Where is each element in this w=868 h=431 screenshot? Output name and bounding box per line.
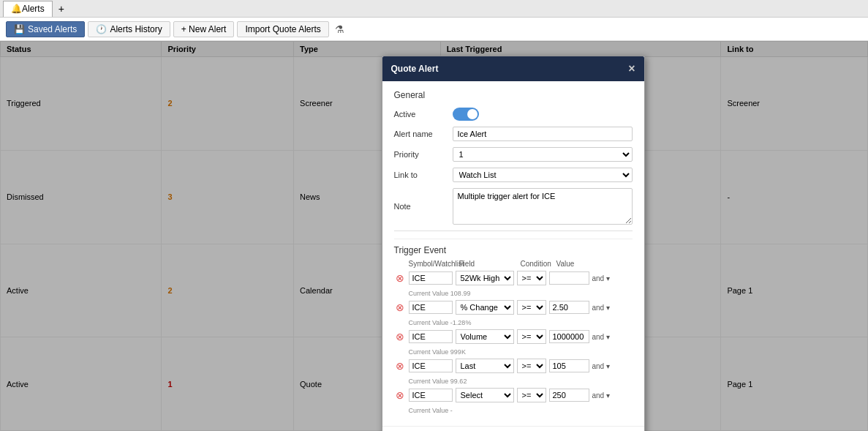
modal-header: Quote Alert ×	[382, 56, 644, 81]
trigger-row-4: ⊗ 52Wk High % Change Volume Last Select …	[394, 388, 633, 402]
tab-add-button[interactable]: +	[54, 1, 69, 16]
trigger-condition-4[interactable]: >= <= =	[517, 388, 546, 402]
import-quote-alerts-button[interactable]: Import Quote Alerts	[237, 21, 328, 37]
note-label: Note	[394, 202, 453, 211]
tab-label: Alerts	[22, 4, 45, 14]
trigger-group-3: ⊗ 52Wk High % Change Volume Last Select …	[394, 359, 633, 385]
quote-alert-modal: Quote Alert × General Active Alert name …	[382, 56, 645, 431]
filter-icon[interactable]: ⚗	[335, 23, 344, 35]
bell-icon: 🔔	[11, 4, 22, 14]
trigger-col-condition: Condition	[521, 260, 554, 268]
alerts-history-button[interactable]: 🕐 Alerts History	[88, 21, 170, 37]
priority-row: Priority 1 2 3	[394, 147, 633, 162]
trigger-group-1: ⊗ 52Wk High % Change Volume Last Select …	[394, 300, 633, 326]
link-to-row: Link to Watch List Page 1 Screener	[394, 168, 633, 182]
alerts-history-label: Alerts History	[110, 24, 162, 34]
toolbar: 💾 Saved Alerts 🕐 Alerts History + New Al…	[0, 18, 868, 41]
trigger-current-2: Current Value 999K	[409, 348, 633, 356]
trigger-current-4: Current Value -	[409, 407, 633, 414]
trigger-row-3: ⊗ 52Wk High % Change Volume Last Select …	[394, 359, 633, 373]
trigger-value-1[interactable]	[549, 301, 589, 314]
trigger-group-4: ⊗ 52Wk High % Change Volume Last Select …	[394, 388, 633, 414]
trigger-symbol-0[interactable]	[409, 271, 453, 285]
main-content: Status Priority Type Last Triggered Link…	[0, 41, 868, 431]
note-row: Note	[394, 188, 633, 225]
trigger-and-3: and ▾	[592, 362, 610, 370]
new-alert-label: + New Alert	[181, 24, 227, 34]
trigger-current-3: Current Value 99.62	[409, 378, 633, 385]
link-to-label: Link to	[394, 170, 453, 179]
trigger-field-3[interactable]: 52Wk High % Change Volume Last Select	[456, 359, 514, 373]
trigger-symbol-2[interactable]	[409, 330, 453, 343]
trigger-row-0: ⊗ 52Wk High % Change Volume Last Select …	[394, 271, 633, 285]
link-to-select[interactable]: Watch List Page 1 Screener	[453, 168, 633, 182]
note-textarea[interactable]	[453, 188, 633, 225]
trigger-and-4: and ▾	[592, 391, 610, 400]
active-row: Active	[394, 108, 633, 121]
save-icon: 💾	[14, 24, 25, 34]
trigger-current-0: Current Value 108.99	[409, 290, 633, 297]
trigger-header: Symbol/Watchlist Field Condition Value	[394, 260, 633, 268]
active-label: Active	[394, 110, 453, 119]
modal-close-button[interactable]: ×	[628, 62, 635, 75]
trigger-row-1: ⊗ 52Wk High % Change Volume Last Select …	[394, 300, 633, 315]
trigger-col-value: Value	[556, 260, 597, 268]
trigger-group-0: ⊗ 52Wk High % Change Volume Last Select …	[394, 271, 633, 297]
trigger-condition-2[interactable]: >= <= =	[517, 329, 546, 344]
alert-name-row: Alert name	[394, 127, 633, 141]
trigger-event-label: Trigger Event	[394, 239, 633, 255]
saved-alerts-label: Saved Alerts	[28, 24, 77, 34]
trigger-symbol-3[interactable]	[409, 359, 453, 372]
new-alert-button[interactable]: + New Alert	[173, 21, 235, 37]
tab-alerts[interactable]: 🔔 Alerts	[3, 1, 53, 17]
trigger-remove-2[interactable]: ⊗	[394, 331, 406, 342]
modal-footer: Save Cancel	[382, 426, 644, 431]
trigger-and-1: and ▾	[592, 304, 610, 312]
trigger-and-0: and ▾	[592, 274, 610, 282]
trigger-col-symbol: Symbol/Watchlist	[409, 260, 456, 268]
trigger-row-2: ⊗ 52Wk High % Change Volume Last Select …	[394, 329, 633, 344]
trigger-group-2: ⊗ 52Wk High % Change Volume Last Select …	[394, 329, 633, 356]
active-toggle[interactable]	[453, 108, 479, 121]
trigger-field-1[interactable]: 52Wk High % Change Volume Last Select	[456, 300, 514, 315]
clock-icon: 🕐	[96, 24, 107, 34]
import-label: Import Quote Alerts	[245, 24, 320, 34]
alert-name-label: Alert name	[394, 130, 453, 138]
modal-body: General Active Alert name Priority 1 2	[382, 81, 644, 426]
trigger-condition-1[interactable]: >= <= =	[517, 300, 546, 315]
trigger-value-4[interactable]	[549, 389, 589, 402]
trigger-rows-container: ⊗ 52Wk High % Change Volume Last Select …	[394, 271, 633, 414]
priority-label: Priority	[394, 150, 453, 159]
trigger-field-0[interactable]: 52Wk High % Change Volume Last Select	[456, 271, 514, 285]
trigger-field-2[interactable]: 52Wk High % Change Volume Last Select	[456, 329, 514, 344]
trigger-col-field: Field	[459, 260, 518, 268]
priority-select[interactable]: 1 2 3	[453, 147, 633, 162]
trigger-value-0[interactable]	[549, 271, 589, 285]
trigger-remove-1[interactable]: ⊗	[394, 301, 406, 313]
trigger-value-3[interactable]	[549, 359, 589, 372]
trigger-current-1: Current Value -1.28%	[409, 319, 633, 326]
trigger-condition-0[interactable]: >= <= =	[517, 271, 546, 285]
trigger-remove-3[interactable]: ⊗	[394, 360, 406, 372]
trigger-remove-0[interactable]: ⊗	[394, 272, 406, 284]
alert-name-input[interactable]	[453, 127, 633, 141]
tab-bar: 🔔 Alerts +	[0, 0, 868, 18]
trigger-and-2: and ▾	[592, 333, 610, 341]
trigger-symbol-1[interactable]	[409, 301, 453, 314]
trigger-value-2[interactable]	[549, 330, 589, 343]
saved-alerts-button[interactable]: 💾 Saved Alerts	[6, 21, 85, 37]
trigger-remove-4[interactable]: ⊗	[394, 389, 406, 401]
trigger-condition-3[interactable]: >= <= =	[517, 359, 546, 373]
general-section-label: General	[394, 90, 633, 100]
trigger-field-4[interactable]: 52Wk High % Change Volume Last Select	[456, 388, 514, 402]
modal-title: Quote Alert	[391, 64, 439, 74]
trigger-symbol-4[interactable]	[409, 389, 453, 402]
